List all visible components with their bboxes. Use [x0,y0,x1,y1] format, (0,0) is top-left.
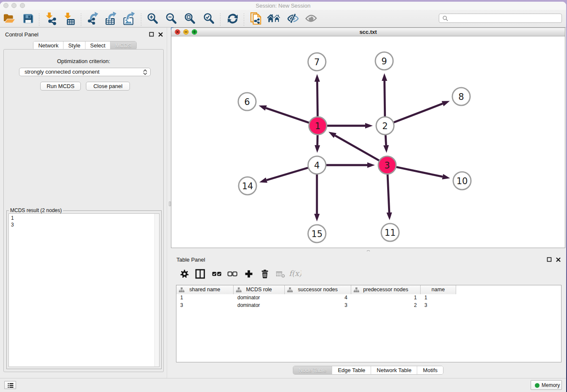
table-tab-motifs[interactable]: Motifs [417,366,443,374]
graph-edge-3-1[interactable] [328,132,387,165]
column-header-MCDS-role[interactable]: MCDS role [234,285,285,294]
window-minimize-button[interactable] [11,3,17,8]
table-cell: dominator [234,294,285,302]
refresh-button[interactable] [226,12,239,25]
window-zoom-button[interactable] [20,3,25,8]
open-session-file-button[interactable] [249,12,263,25]
table-row[interactable]: 3dominator323 [176,302,456,309]
svg-text:3: 3 [384,160,390,171]
graph-node-14[interactable]: 14 [239,177,256,195]
plus-icon [242,268,255,280]
status-bar: Memory [0,378,566,392]
zoom-selected-button[interactable] [202,12,216,25]
show-log-button[interactable] [4,381,16,389]
graph-node-8[interactable]: 8 [452,88,470,105]
checked-boxes-icon [210,268,223,280]
frame-close-button[interactable] [175,29,180,35]
zoom-in-button[interactable] [146,12,160,25]
open-session-button[interactable] [3,12,16,25]
graph-edge-3-10[interactable] [387,165,450,179]
svg-text:4: 4 [314,160,319,171]
import-table-button[interactable] [63,12,76,25]
graph-node-7[interactable]: 7 [308,53,326,71]
table-panel: Table Panel f(x) shared nameMCDS rolesuc… [171,251,565,378]
network-canvas[interactable]: 1234678910111415 [171,36,565,248]
delete-column-button[interactable] [259,268,271,280]
table-settings-button[interactable] [178,268,191,280]
graph-node-4[interactable]: 4 [308,156,326,174]
delete-table-button[interactable] [274,268,287,280]
table-cell: 3 [176,302,234,309]
export-network-button[interactable] [87,12,100,25]
svg-text:15: 15 [311,229,323,239]
function-builder-button[interactable]: f(x) [289,268,301,280]
add-column-button[interactable] [242,268,255,280]
window-close-button[interactable] [3,3,8,8]
graph-node-10[interactable]: 10 [453,172,471,190]
float-table-panel-icon[interactable] [547,257,552,262]
column-header-predecessor-nodes[interactable]: predecessor nodes [351,285,421,294]
control-panel: Control Panel NetworkStyleSelectMCDS Opt… [0,28,167,378]
frame-minimize-button[interactable] [183,29,189,35]
tab-select[interactable]: Select [85,41,110,50]
select-all-button[interactable] [210,268,223,280]
network-window-titlebar[interactable]: scc.txt [171,28,565,36]
zoom-selected-icon [202,12,216,25]
column-header-shared-name[interactable]: shared name [176,285,234,294]
table-tab-network-table[interactable]: Network Table [371,366,417,374]
graph-node-1[interactable]: 1 [309,117,327,135]
export-table-button[interactable] [104,12,117,25]
close-panel-icon[interactable] [158,32,163,37]
graph-node-6[interactable]: 6 [238,93,256,110]
column-header-name[interactable]: name [421,285,456,294]
table-tab-node-table[interactable]: Node Table [293,366,332,374]
show-panel-button[interactable] [304,12,318,25]
graph-node-11[interactable]: 11 [381,224,399,241]
zoom-in-icon [146,12,160,25]
tab-style[interactable]: Style [63,41,85,50]
toolbar-separator [220,14,220,27]
table-cell: 3 [285,302,351,309]
export-image-button[interactable] [122,12,135,25]
memory-label: Memory [542,382,560,389]
memory-status-icon [535,383,539,388]
frame-maximize-button[interactable] [192,29,197,35]
zoom-out-button[interactable] [165,12,178,25]
import-table-icon [63,12,76,25]
float-panel-icon[interactable] [149,32,154,37]
table-row[interactable]: 1dominator411 [176,294,456,302]
zoom-fit-button[interactable] [183,12,197,25]
graph-node-2[interactable]: 2 [376,117,394,135]
import-network-button[interactable] [45,12,59,25]
graph-node-9[interactable]: 9 [375,52,393,70]
search-input[interactable] [450,14,560,22]
close-panel-button[interactable]: Close panel [86,82,130,91]
show-columns-button[interactable] [194,268,206,280]
mcds-result-values: 1 3 [11,215,14,228]
save-session-button[interactable] [21,12,35,25]
memory-button[interactable]: Memory [531,380,562,390]
tab-network[interactable]: Network [33,41,63,50]
table-panel-title: Table Panel [176,257,205,263]
session-files-icon [249,12,263,25]
hide-panel-button[interactable] [286,12,299,25]
column-header-successor-nodes[interactable]: successor nodes [285,285,351,294]
home-button[interactable] [267,12,281,25]
table-toolbar: f(x) [171,267,565,284]
result-scrollbar[interactable] [154,214,159,367]
tab-mcds[interactable]: MCDS [110,41,136,50]
svg-text:14: 14 [242,181,253,191]
table-tab-edge-table[interactable]: Edge Table [332,366,371,374]
criterion-select[interactable]: strongly connected component [19,68,151,76]
save-icon [21,12,35,25]
search-box[interactable] [439,14,562,23]
mcds-result-textarea[interactable]: 1 3 [8,213,160,367]
graph-node-3[interactable]: 3 [378,156,396,174]
fx-icon: f(x) [289,268,301,280]
optimization-criterion-label: Optimization criterion: [4,58,163,64]
graph-node-15[interactable]: 15 [308,225,326,243]
graph-edge-2-8[interactable] [385,101,450,126]
close-table-panel-icon[interactable] [556,257,561,262]
deselect-all-button[interactable] [226,268,239,280]
run-mcds-button[interactable]: Run MCDS [40,82,81,91]
